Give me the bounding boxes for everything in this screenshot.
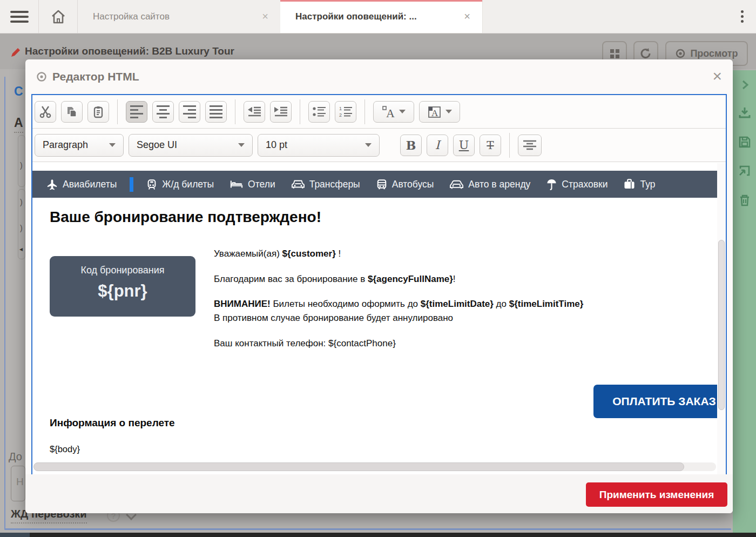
background-label-fragment: До xyxy=(9,451,22,463)
nav-item-insurance[interactable]: Страховки xyxy=(546,179,608,190)
trash-icon[interactable] xyxy=(738,193,752,207)
background-panel-border xyxy=(4,77,5,529)
align-left-button[interactable] xyxy=(126,101,147,123)
close-icon[interactable]: × xyxy=(712,68,722,84)
strikethrough-button[interactable]: T xyxy=(480,135,501,156)
train-icon xyxy=(146,179,157,190)
caret-down-icon xyxy=(446,110,452,113)
dialog-header: Редактор HTML × xyxy=(25,59,733,94)
kebab-icon xyxy=(741,8,744,25)
bold-button[interactable]: B xyxy=(400,135,422,156)
bus-icon xyxy=(376,179,387,190)
bold-icon: B xyxy=(406,138,416,152)
nav-item-label: Тур xyxy=(640,179,655,190)
bullet-list-button[interactable] xyxy=(308,101,330,123)
bottom-strip-corner xyxy=(0,533,30,537)
background-color-dropdown[interactable]: A xyxy=(419,101,460,123)
nav-item-label: Автобусы xyxy=(392,179,434,190)
car-icon xyxy=(450,179,463,190)
paste-button[interactable] xyxy=(87,101,109,123)
editor-toolbar-row1: 12 A A xyxy=(32,95,726,129)
email-nav-bar: Авиабилеты Ж/д билеты Отели Трансферы xyxy=(32,171,717,198)
nav-item-label: Авто в аренду xyxy=(468,179,530,190)
panel-bottom-border xyxy=(4,528,731,530)
paragraph-style-dropdown[interactable]: Paragraph xyxy=(35,134,124,157)
font-family-dropdown[interactable]: Segoe UI xyxy=(129,134,253,157)
svg-text:2: 2 xyxy=(339,112,342,118)
horizontal-scrollbar[interactable] xyxy=(33,462,716,471)
nav-item-label: Страховки xyxy=(562,179,608,190)
download-icon[interactable] xyxy=(738,106,752,120)
caret-down-icon xyxy=(109,143,116,147)
nav-item-avia[interactable]: Авиабилеты xyxy=(46,179,117,190)
email-heading: Ваше бронирование подтверждено! xyxy=(50,209,321,226)
menu-button[interactable] xyxy=(0,0,38,33)
background-section-fragment: А xyxy=(14,116,23,133)
nav-item-buses[interactable]: Автобусы xyxy=(376,179,434,190)
booking-code-label: Код бронирования xyxy=(50,265,195,276)
thanks-line: Благодарим вас за бронирование в ${agenc… xyxy=(214,274,456,285)
svg-text:A: A xyxy=(386,106,395,119)
bottom-strip xyxy=(0,533,756,537)
font-color-dropdown[interactable]: A xyxy=(373,101,414,123)
copy-icon xyxy=(65,105,78,118)
taxi-icon xyxy=(292,179,305,190)
font-family-value: Segoe UI xyxy=(137,139,177,151)
align-center-icon xyxy=(157,105,170,118)
home-icon xyxy=(50,9,66,25)
edit-pencil-icon xyxy=(10,46,22,58)
font-size-dropdown[interactable]: 10 pt xyxy=(258,134,380,157)
align-center-button[interactable] xyxy=(152,101,174,123)
background-glyph: ) xyxy=(20,224,23,232)
tab-close-icon[interactable]: × xyxy=(262,10,268,23)
svg-text:A: A xyxy=(431,108,438,118)
italic-button[interactable]: I xyxy=(427,135,448,156)
svg-text:1: 1 xyxy=(339,106,342,111)
line-height-icon xyxy=(523,139,537,152)
tab-notification-settings[interactable]: Настройки оповещений: ... × xyxy=(280,0,483,33)
tab-close-icon[interactable]: × xyxy=(464,10,470,23)
line-height-button[interactable] xyxy=(518,135,542,156)
numbered-list-button[interactable]: 12 xyxy=(335,101,356,123)
font-color-icon: A xyxy=(382,105,396,119)
apply-changes-button[interactable]: Применить изменения xyxy=(586,482,727,507)
cut-button[interactable] xyxy=(35,101,56,123)
nav-item-label: Трансферы xyxy=(309,179,360,190)
align-right-button[interactable] xyxy=(179,101,200,123)
underline-button[interactable]: U xyxy=(453,135,475,156)
editor-canvas[interactable]: Авиабилеты Ж/д билеты Отели Трансферы xyxy=(32,163,726,474)
background-glyph: ) xyxy=(20,161,23,170)
grid-icon xyxy=(610,49,619,58)
align-left-icon xyxy=(130,105,143,118)
align-right-icon xyxy=(183,105,196,118)
nav-item-label: Ж/д билеты xyxy=(162,179,214,190)
overflow-menu-button[interactable] xyxy=(728,0,756,33)
outdent-icon xyxy=(247,105,261,118)
tab-label: Настройки оповещений: ... xyxy=(295,11,464,22)
nav-item-rail[interactable]: Ж/д билеты xyxy=(146,179,214,190)
tab-label: Настройка сайтов xyxy=(93,11,262,22)
text-cursor xyxy=(130,177,133,192)
home-button[interactable] xyxy=(38,0,78,33)
tab-site-settings[interactable]: Настройка сайтов × xyxy=(78,0,280,33)
bullet-list-icon xyxy=(312,105,326,118)
caret-down-icon xyxy=(399,110,406,113)
align-justify-button[interactable] xyxy=(205,101,227,123)
collapse-chevron-icon[interactable] xyxy=(739,79,751,91)
nav-item-transfers[interactable]: Трансферы xyxy=(292,179,360,190)
background-glyph: ◂ xyxy=(19,245,23,253)
nav-item-tours[interactable]: Тур xyxy=(624,179,655,190)
outdent-button[interactable] xyxy=(244,101,265,123)
nav-item-car-rent[interactable]: Авто в аренду xyxy=(450,179,530,190)
vertical-scrollbar[interactable] xyxy=(717,163,726,474)
save-icon[interactable] xyxy=(738,135,752,149)
umbrella-icon xyxy=(546,179,557,190)
nav-item-hotels[interactable]: Отели xyxy=(230,179,275,190)
export-icon[interactable] xyxy=(738,164,752,178)
indent-button[interactable] xyxy=(270,101,292,123)
copy-button[interactable] xyxy=(61,101,83,123)
preview-button-label: Просмотр xyxy=(690,48,738,59)
horizontal-scrollbar-thumb[interactable] xyxy=(33,462,684,471)
vertical-scrollbar-thumb[interactable] xyxy=(718,240,725,410)
pay-order-button[interactable]: ОПЛАТИТЬ ЗАКАЗ xyxy=(593,385,717,418)
